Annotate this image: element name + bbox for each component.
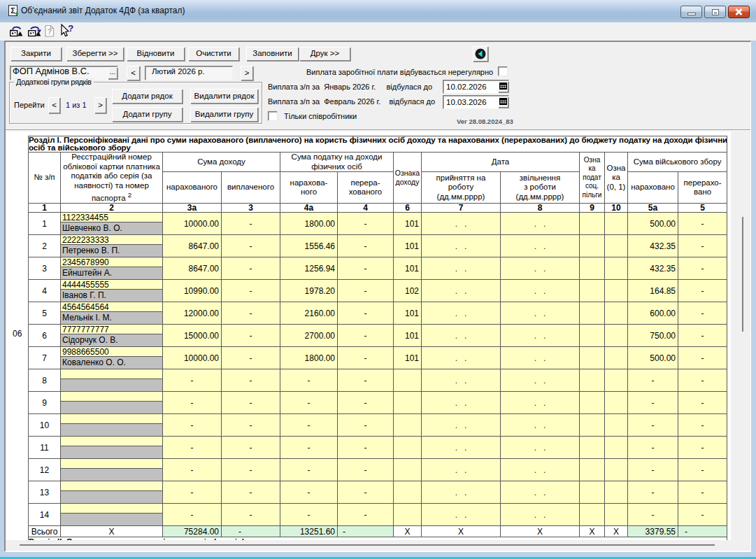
svg-text:?: ? bbox=[48, 27, 52, 36]
svg-text:?: ? bbox=[68, 24, 73, 34]
